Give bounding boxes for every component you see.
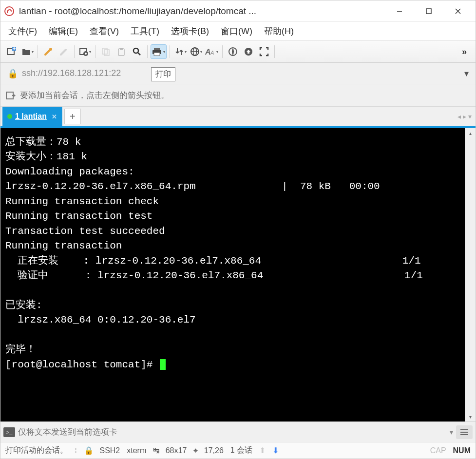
hint-bar: 要添加当前会话，点击左侧的箭头按钮。 <box>0 84 476 107</box>
send-input[interactable] <box>18 427 447 437</box>
maximize-button[interactable] <box>414 2 443 20</box>
send-prompt-icon: >_ <box>3 427 15 437</box>
size-icon: ↹ <box>153 446 159 455</box>
menu-file[interactable]: 文件(F) <box>5 24 40 38</box>
toolbar-separator <box>95 45 95 58</box>
open-button[interactable] <box>20 44 35 59</box>
tab-nav: ◂ ▸ ▾ <box>454 107 476 126</box>
send-menu-button[interactable] <box>456 425 473 439</box>
hint-text: 要添加当前会话，点击左侧的箭头按钮。 <box>20 90 169 101</box>
svg-text:A: A <box>205 48 211 56</box>
status-cap: CAP <box>430 446 446 455</box>
status-cursor-pos: ⌖ 17,26 <box>193 446 224 455</box>
svg-line-18 <box>138 53 140 55</box>
svg-rect-29 <box>6 92 13 99</box>
scrollbar[interactable]: ▴ ▾ <box>465 128 476 421</box>
terminal[interactable]: 总下载量：78 k 安装大小：181 k Downloading package… <box>0 128 465 421</box>
svg-rect-19 <box>154 48 160 50</box>
address-url: ssh://192.168.128.121:22 <box>22 68 460 78</box>
address-bar[interactable]: 🔒 ssh://192.168.128.121:22 ▾ <box>0 63 476 84</box>
reconnect-button[interactable] <box>41 44 56 59</box>
minimize-button[interactable] <box>385 2 414 20</box>
xshell-button[interactable] <box>226 44 240 59</box>
status-sessions: 1 会话 <box>230 445 252 456</box>
tab-active[interactable]: 1 lantian ✕ <box>2 107 62 126</box>
tab-prev-icon[interactable]: ◂ <box>457 113 461 120</box>
status-size: ↹ 68x17 <box>153 446 187 455</box>
send-dropdown-icon[interactable]: ▾ <box>450 428 453 436</box>
connection-status-icon <box>7 114 12 119</box>
new-tab-button[interactable]: + <box>64 109 81 124</box>
print-tooltip: 打印 <box>151 67 175 81</box>
svg-point-17 <box>133 48 138 53</box>
font-button[interactable]: AA <box>204 44 219 59</box>
svg-point-9 <box>49 48 52 51</box>
toolbar-separator <box>147 45 148 58</box>
tab-list-icon[interactable]: ▾ <box>468 113 472 120</box>
toolbar-overflow-button[interactable]: » <box>457 44 472 59</box>
svg-rect-2 <box>426 9 431 14</box>
browser-button[interactable] <box>189 44 203 59</box>
tab-next-icon[interactable]: ▸ <box>463 113 466 120</box>
app-icon <box>3 5 15 17</box>
add-session-icon[interactable] <box>5 91 16 100</box>
status-message: 打印活动的会话。 <box>5 445 68 456</box>
lock-icon: 🔒 <box>7 68 18 79</box>
position-icon: ⌖ <box>193 446 198 455</box>
tab-close-icon[interactable]: ✕ <box>52 113 57 120</box>
svg-point-12 <box>85 53 87 55</box>
menu-window[interactable]: 窗口(W) <box>218 24 255 38</box>
tab-bar: 1 lantian ✕ + ◂ ▸ ▾ <box>0 107 476 126</box>
find-button[interactable] <box>130 44 144 59</box>
status-bar: 打印活动的会话。 ⁞ 🔒 SSH2 xterm ↹ 68x17 ⌖ 17,26 … <box>0 442 476 459</box>
toolbar: 打印 AA » <box>0 40 476 63</box>
send-bar: >_ ▾ <box>0 421 476 442</box>
new-session-button[interactable] <box>4 44 19 59</box>
scroll-down-icon[interactable]: ▾ <box>465 412 476 421</box>
status-num: NUM <box>453 446 471 455</box>
scroll-up-icon[interactable]: ▴ <box>465 128 476 138</box>
terminal-area: 总下载量：78 k 安装大小：181 k Downloading package… <box>0 128 476 421</box>
window-title: lantian - root@localhost:/home/liujiayan… <box>19 6 385 17</box>
properties-button[interactable] <box>77 44 92 59</box>
menu-options[interactable]: 选项卡(B) <box>168 24 212 38</box>
svg-rect-13 <box>102 48 107 54</box>
status-protocol: 🔒 SSH2 <box>84 446 120 455</box>
svg-rect-16 <box>120 48 123 50</box>
svg-text:A: A <box>210 50 214 56</box>
toolbar-separator <box>274 45 275 58</box>
transfer-button[interactable] <box>173 44 188 59</box>
address-dropdown-icon[interactable]: ▾ <box>464 68 469 79</box>
close-button[interactable] <box>443 2 473 20</box>
menu-edit[interactable]: 编辑(E) <box>46 24 81 38</box>
status-term: xterm <box>127 446 146 455</box>
menu-tools[interactable]: 工具(T) <box>128 24 162 38</box>
status-divider: ⁞ <box>75 446 77 455</box>
svg-rect-15 <box>118 49 124 56</box>
fullscreen-button[interactable] <box>257 44 271 59</box>
svg-rect-14 <box>104 50 109 56</box>
toolbar-separator <box>38 45 38 58</box>
menu-bar: 文件(F) 编辑(E) 查看(V) 工具(T) 选项卡(B) 窗口(W) 帮助(… <box>0 22 476 40</box>
window-controls <box>385 2 473 20</box>
print-button[interactable]: 打印 <box>151 44 167 59</box>
status-up-icon[interactable]: ⬆ <box>259 446 266 455</box>
disconnect-button[interactable] <box>57 44 71 59</box>
toolbar-separator <box>74 45 75 58</box>
status-down-icon[interactable]: ⬇ <box>272 446 279 455</box>
paste-button[interactable] <box>114 44 129 59</box>
toolbar-separator <box>222 45 223 58</box>
xftp-button[interactable] <box>241 44 256 59</box>
title-bar: lantian - root@localhost:/home/liujiayan… <box>0 0 476 22</box>
tab-label: 1 lantian <box>15 112 47 121</box>
svg-rect-21 <box>154 53 160 56</box>
copy-button[interactable] <box>98 44 113 59</box>
toolbar-separator <box>170 45 170 58</box>
menu-help[interactable]: 帮助(H) <box>261 24 297 38</box>
svg-point-0 <box>5 7 14 16</box>
lock-icon: 🔒 <box>84 446 94 455</box>
menu-view[interactable]: 查看(V) <box>87 24 122 38</box>
